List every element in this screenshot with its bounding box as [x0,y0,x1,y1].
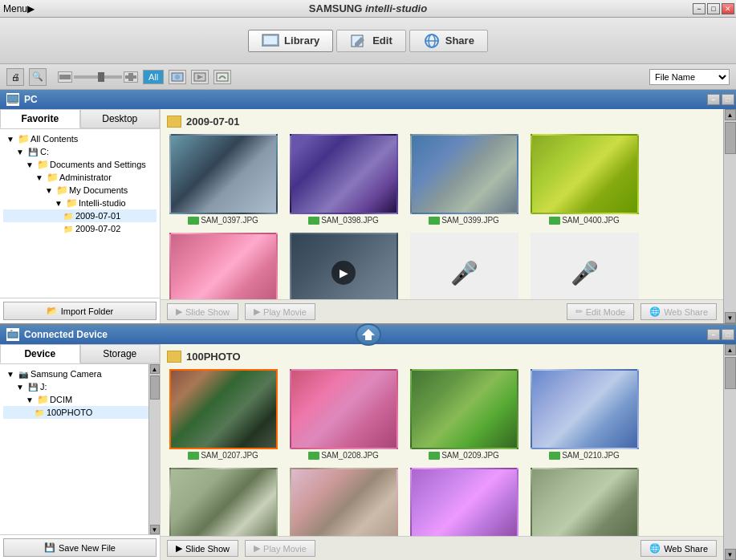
save-new-file-button[interactable]: 💾 Save New File [3,538,157,557]
tree-j-drive[interactable]: ▼ 💾 J: [3,380,157,393]
photo-thumb-SAM_0208 [290,369,398,449]
filter-all-button[interactable]: All [143,70,164,84]
minimize-button[interactable]: − [693,3,706,14]
photo-pc-row2-2[interactable]: ▶ [287,233,400,299]
photo-SAM_0208[interactable]: SAM_0208.JPG [287,369,400,460]
photo-thumb-pc-row2-4: 🎤 [531,233,639,299]
device-tree-scrollbar[interactable]: ▲ ▼ [148,364,160,534]
drive-icon: 💾 [27,381,39,392]
playmovie-icon: ▶ [254,543,260,554]
conn-scroll-down-button[interactable]: ▼ [725,549,736,560]
photo-SAM_0399[interactable]: SAM_0399.JPG [408,134,520,225]
tree-date1[interactable]: 📁 2009-07-01 [3,209,157,222]
photo-conn-row2-1[interactable] [167,468,279,536]
connected-webshare-button[interactable]: 🌐 Web Share [640,540,717,557]
date-folder-icon [167,351,181,363]
svg-point-11 [175,75,180,79]
pc-webshare-button[interactable]: 🌐 Web Share [640,303,717,320]
tree-admin[interactable]: ▼ 📁 Administrator [3,171,157,184]
connected-playmovie-button[interactable]: ▶ Play Movie [245,540,315,557]
pc-photo-grid-area: 2009-07-01 SAM_0397.JPG [161,109,723,299]
svg-rect-15 [7,95,18,102]
zoom-slider-container [58,71,138,83]
zoom-slider[interactable] [74,75,122,79]
edit-button[interactable]: Edit [336,30,406,52]
photo-SAM_0400[interactable]: SAM_0400.JPG [528,134,640,225]
upload-button[interactable] [356,323,381,346]
tree-c-drive[interactable]: ▼ 💾 C: [3,145,157,158]
photo-SAM_0207[interactable]: SAM_0207.JPG [167,369,279,460]
tab-storage[interactable]: Storage [80,344,161,363]
connected-minimize-button[interactable]: − [707,329,720,340]
pc-scrollbar[interactable]: ▲ ▼ [723,109,736,323]
tree-scroll-up[interactable]: ▲ [150,364,160,374]
pc-slideshow-button[interactable]: ▶ Slide Show [167,303,238,320]
menu-bar[interactable]: Menu ▶ [3,3,35,14]
play-overlay-icon: ▶ [331,261,356,285]
tree-intelli[interactable]: ▼ 📁 Intelli-studio [3,197,157,209]
connected-scrollbar[interactable]: ▲ ▼ [723,344,736,560]
photo-pc-row2-4[interactable]: 🎤 [528,233,640,299]
search-icon[interactable]: 🔍 [29,68,47,86]
photo-pc-row2-1[interactable] [167,233,279,299]
connected-slideshow-button[interactable]: ▶ Slide Show [167,540,238,557]
svg-rect-9 [125,75,136,79]
expand-icon: ▼ [24,394,35,405]
pc-panel: PC − □ Favorite Desktop ▼ 📁 All Contents [0,90,736,325]
conn-scroll-thumb[interactable] [725,357,736,389]
photo-conn-row2-3[interactable] [408,468,520,536]
window-controls: − □ ✕ [693,3,734,14]
menu-arrow-icon: ▶ [27,3,35,14]
tree-scroll-thumb[interactable] [150,375,160,400]
scroll-thumb[interactable] [725,122,736,154]
pc-playmovie-button[interactable]: ▶ Play Movie [245,303,315,320]
connected-maximize-button[interactable]: □ [722,329,734,340]
menu-label[interactable]: Menu [3,3,27,14]
connected-sidebar: Device Storage ▼ 📷 Samsung Camera ▼ 💾 J: [0,344,161,560]
filter-photo-icon[interactable] [169,70,186,84]
expand-icon: ▼ [5,368,16,379]
maximize-button[interactable]: □ [707,3,720,14]
zoom-out-icon[interactable] [58,71,72,83]
tree-samsung-camera[interactable]: ▼ 📷 Samsung Camera [3,367,157,380]
tree-date2[interactable]: 📁 2009-07-02 [3,222,157,235]
photo-SAM_0209[interactable]: SAM_0209.JPG [408,369,520,460]
filter-video-icon[interactable] [191,70,209,84]
tree-mydocs[interactable]: ▼ 📁 My Documents [3,184,157,197]
photo-conn-row2-2[interactable] [287,468,400,536]
filter-audio-icon[interactable] [213,70,231,84]
photo-pc-row2-3[interactable]: 🎤 [408,233,520,299]
photo-conn-row2-4[interactable] [528,468,640,536]
scroll-up-button[interactable]: ▲ [725,109,736,120]
close-button[interactable]: ✕ [722,3,734,14]
pc-minimize-button[interactable]: − [707,94,720,105]
share-button[interactable]: Share [409,30,488,52]
tree-100photo[interactable]: 📁 100PHOTO [3,406,157,419]
tab-device[interactable]: Device [0,344,80,363]
connected-date-text: 100PHOTO [186,351,241,363]
folder-icon: 📁 [37,159,48,170]
tree-scroll-down[interactable]: ▼ [150,525,160,534]
zoom-in-icon[interactable] [124,71,138,83]
conn-scroll-up-button[interactable]: ▲ [725,344,736,355]
scroll-down-button[interactable]: ▼ [725,312,736,323]
photo-SAM_0210[interactable]: SAM_0210.JPG [528,369,640,460]
editmode-icon: ✏ [575,306,583,317]
print-icon[interactable]: 🖨 [6,68,24,86]
photo-SAM_0398[interactable]: SAM_0398.JPG [287,134,400,225]
connected-tree: ▼ 📷 Samsung Camera ▼ 💾 J: ▼ 📁 DCIM [0,364,160,534]
photo-SAM_0397[interactable]: SAM_0397.JPG [167,134,279,225]
pc-maximize-button[interactable]: □ [722,94,734,105]
sort-select[interactable]: File Name Date Size [649,69,730,85]
tree-all-contents[interactable]: ▼ 📁 All Contents [3,132,157,145]
tree-dcim[interactable]: ▼ 📁 DCIM [3,393,157,406]
import-folder-button[interactable]: 📂 Import Folder [3,302,157,320]
folder-yellow-icon: 📁 [63,223,74,234]
tab-desktop[interactable]: Desktop [80,109,161,128]
library-button[interactable]: Library [248,30,333,52]
pc-editmode-button[interactable]: ✏ Edit Mode [567,303,635,320]
conn-scroll-track [724,355,736,549]
connected-sidebar-tabs: Device Storage [0,344,160,364]
tab-favorite[interactable]: Favorite [0,109,80,128]
tree-docs[interactable]: ▼ 📁 Documents and Settings [3,158,157,171]
